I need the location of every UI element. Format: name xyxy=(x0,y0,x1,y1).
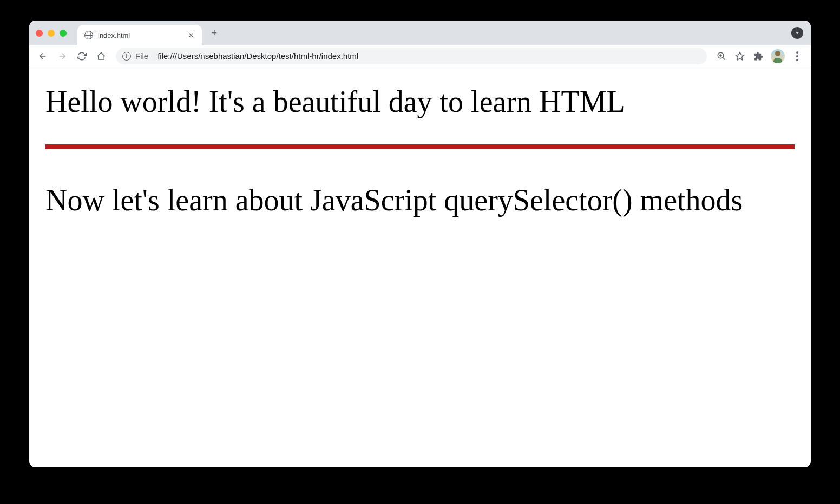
url-text: file:///Users/nsebhastian/Desktop/test/h… xyxy=(158,51,700,61)
back-button[interactable] xyxy=(35,48,51,64)
new-tab-button[interactable]: + xyxy=(206,25,222,41)
maximize-window-button[interactable] xyxy=(60,30,67,37)
info-icon[interactable]: i xyxy=(122,52,131,61)
toolbar: i File file:///Users/nsebhastian/Desktop… xyxy=(29,45,811,67)
page-content: Hello world! It's a beautiful day to lea… xyxy=(29,67,811,467)
tab-favicon xyxy=(84,30,94,40)
address-bar[interactable]: i File file:///Users/nsebhastian/Desktop… xyxy=(116,48,707,64)
minimize-window-button[interactable] xyxy=(48,30,55,37)
tab-title: index.html xyxy=(98,31,187,39)
bookmark-icon[interactable] xyxy=(732,48,748,64)
browser-window: index.html + xyxy=(29,21,811,467)
forward-button[interactable] xyxy=(54,48,70,64)
divider xyxy=(153,52,153,61)
url-scheme-label: File xyxy=(135,51,148,61)
heading-1: Hello world! It's a beautiful day to lea… xyxy=(45,84,795,119)
heading-2: Now let's learn about JavaScript querySe… xyxy=(45,181,795,220)
window-controls xyxy=(36,30,67,37)
toolbar-right xyxy=(713,48,805,64)
tab-bar: index.html + xyxy=(29,21,811,45)
globe-icon xyxy=(84,31,93,39)
menu-button[interactable] xyxy=(789,48,805,64)
profile-avatar[interactable] xyxy=(771,49,785,63)
tab-close-button[interactable] xyxy=(187,31,195,39)
horizontal-rule xyxy=(45,144,795,149)
zoom-icon[interactable] xyxy=(713,48,730,64)
search-tabs-button[interactable] xyxy=(791,27,803,39)
extensions-icon[interactable] xyxy=(750,48,766,64)
close-window-button[interactable] xyxy=(36,30,43,37)
browser-tab[interactable]: index.html xyxy=(77,25,202,45)
home-button[interactable] xyxy=(93,48,109,64)
reload-button[interactable] xyxy=(74,48,90,64)
